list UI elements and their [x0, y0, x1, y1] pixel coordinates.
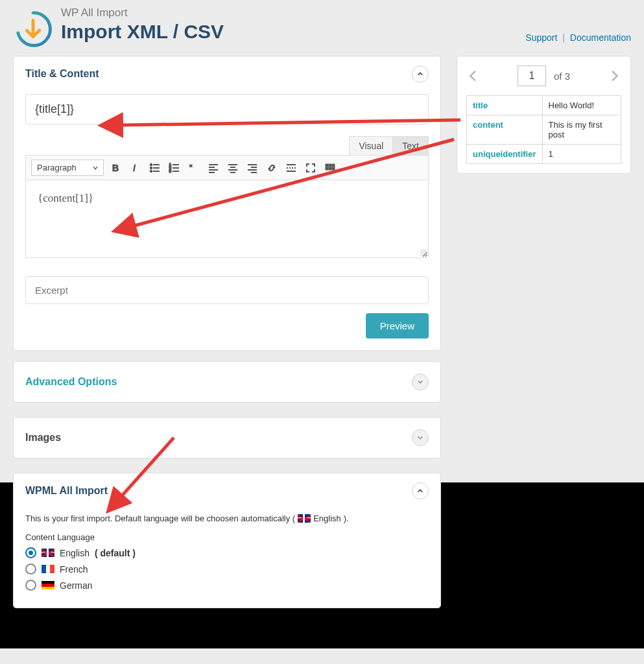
field-key: content — [467, 115, 543, 145]
italic-icon[interactable]: I — [130, 162, 141, 174]
chevron-up-icon — [417, 71, 423, 77]
numbered-list-icon[interactable]: 123 — [169, 162, 180, 174]
svg-rect-33 — [326, 167, 328, 170]
radio-unselected-icon — [25, 563, 36, 575]
bold-icon[interactable]: B — [110, 162, 122, 174]
page-title: Import XML / CSV — [61, 21, 224, 43]
tab-text[interactable]: Text — [392, 136, 429, 155]
field-value: Hello World! — [542, 96, 621, 115]
panel-header-wpml[interactable]: WPML All Import — [14, 473, 440, 508]
record-total-label: of 3 — [554, 71, 570, 82]
resize-grip-icon[interactable] — [420, 250, 427, 256]
collapse-toggle[interactable] — [412, 374, 429, 390]
panel-header-images[interactable]: Images — [14, 418, 440, 458]
collapse-toggle[interactable] — [412, 429, 429, 446]
panel-images-title: Images — [25, 432, 412, 444]
flag-de-icon — [42, 581, 54, 589]
excerpt-input[interactable] — [25, 276, 429, 304]
field-value: This is my first post — [542, 115, 621, 145]
record-index-input[interactable] — [518, 65, 546, 86]
svg-rect-34 — [329, 167, 331, 170]
panel-header-advanced[interactable]: Advanced Options — [14, 362, 440, 402]
lang-option-french[interactable]: French — [25, 563, 429, 575]
svg-text:“: “ — [189, 163, 193, 173]
panel-header-title-content[interactable]: Title & Content — [14, 56, 440, 91]
bullet-list-icon[interactable] — [149, 162, 161, 174]
brand-label: WP All Import — [61, 6, 224, 19]
wpml-subhead: Content Language — [25, 532, 429, 542]
flag-fr-icon — [42, 565, 54, 573]
align-center-icon[interactable] — [227, 162, 239, 174]
prev-record-button[interactable] — [466, 69, 481, 83]
svg-rect-31 — [329, 164, 331, 167]
format-select-label: Paragraph — [37, 163, 77, 172]
record-data-table: title Hello World! content This is my fi… — [466, 95, 621, 164]
field-key: uniqueidentifier — [467, 145, 543, 164]
lang-label: German — [60, 580, 93, 591]
chevron-down-icon — [417, 379, 423, 385]
dropdown-caret-icon — [93, 165, 98, 171]
lang-default-suffix: ( default ) — [95, 548, 136, 558]
panel-wpml: WPML All Import This is your first impor… — [13, 473, 441, 608]
svg-rect-35 — [332, 167, 335, 170]
table-row[interactable]: content This is my first post — [467, 115, 621, 145]
panel-images: Images — [13, 417, 441, 458]
editor-toolbar: Paragraph B I 123 “ — [25, 155, 429, 180]
field-key: title — [467, 96, 543, 115]
svg-rect-30 — [326, 164, 328, 167]
svg-rect-32 — [332, 164, 335, 167]
panel-advanced-options: Advanced Options — [13, 361, 441, 403]
panel-advanced-title: Advanced Options — [25, 376, 412, 388]
radio-selected-icon — [25, 547, 36, 558]
align-right-icon[interactable] — [246, 162, 258, 174]
lang-label: English — [60, 548, 89, 558]
lang-label: French — [60, 564, 88, 575]
documentation-link[interactable]: Documentation — [570, 32, 631, 43]
tab-visual[interactable]: Visual — [349, 136, 393, 155]
align-left-icon[interactable] — [208, 162, 219, 174]
collapse-toggle[interactable] — [412, 65, 429, 82]
flag-uk-icon — [42, 549, 54, 557]
content-editor[interactable]: {content[1]} — [25, 180, 429, 258]
next-record-button[interactable] — [607, 69, 621, 83]
format-select[interactable]: Paragraph — [31, 160, 104, 176]
collapse-toggle[interactable] — [412, 482, 429, 499]
svg-point-4 — [150, 167, 152, 168]
radio-unselected-icon — [25, 580, 36, 591]
table-row[interactable]: title Hello World! — [467, 96, 621, 115]
svg-text:I: I — [133, 163, 136, 173]
panel-title-content: Title & Content Visual Text — [13, 56, 441, 351]
svg-text:3: 3 — [169, 169, 171, 173]
separator: | — [562, 32, 565, 43]
panel-wpml-title: WPML All Import — [25, 485, 412, 497]
support-link[interactable]: Support — [525, 32, 557, 43]
svg-point-2 — [150, 163, 152, 165]
editor-text: {content[1]} — [38, 192, 93, 204]
link-icon[interactable] — [266, 162, 278, 174]
wpallimport-logo-icon — [13, 9, 53, 49]
panel-title-label: Title & Content — [25, 68, 412, 80]
insert-more-icon[interactable] — [285, 162, 297, 174]
fullscreen-icon[interactable] — [305, 162, 316, 174]
svg-point-6 — [150, 170, 152, 171]
field-value: 1 — [542, 145, 621, 164]
title-input[interactable] — [25, 94, 429, 124]
preview-button[interactable]: Preview — [366, 313, 429, 338]
lang-option-english[interactable]: English ( default ) — [25, 547, 429, 558]
svg-text:B: B — [112, 163, 119, 173]
table-row[interactable]: uniqueidentifier 1 — [467, 145, 621, 164]
wpml-note: This is your first import. Default langu… — [25, 514, 429, 523]
blockquote-icon[interactable]: “ — [188, 162, 200, 174]
lang-option-german[interactable]: German — [25, 580, 429, 591]
flag-uk-icon — [298, 514, 311, 523]
toolbar-toggle-icon[interactable] — [324, 162, 336, 174]
chevron-down-icon — [417, 434, 423, 441]
chevron-up-icon — [417, 488, 423, 494]
record-preview-panel: of 3 title Hello World! content This is … — [457, 56, 631, 174]
